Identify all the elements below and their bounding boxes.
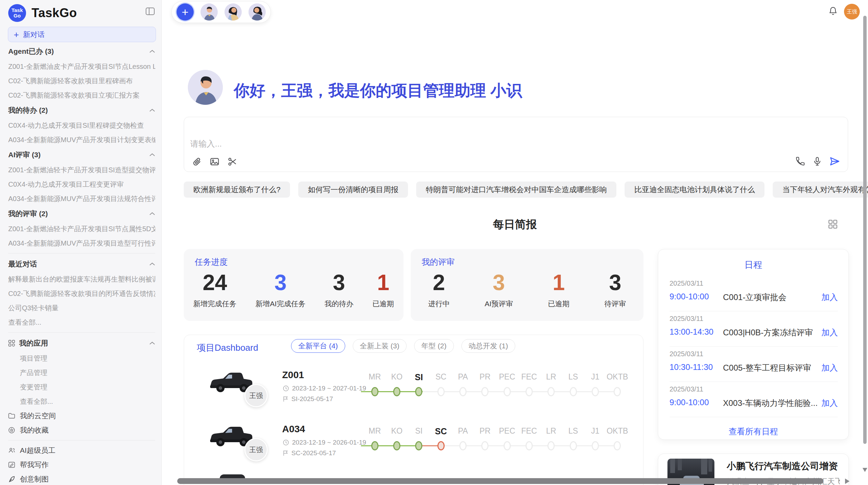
view-all-schedule-link[interactable]: 查看所有日程	[658, 426, 848, 437]
sidebar-item[interactable]: C0X4-动力总成开发项目SI里程碑提交物检查	[8, 118, 155, 133]
sidebar-item[interactable]: C02-飞腾新能源轻客改款项目立项汇报方案	[8, 88, 155, 102]
scroll-right-arrow-icon[interactable]	[845, 478, 849, 484]
sidebar-item-view-all-apps[interactable]: 查看全部...	[8, 394, 155, 409]
agent-avatar-3[interactable]	[249, 3, 266, 21]
schedule-item[interactable]: 2025/03/11 13:00-14:30 C003|H0B-方案冻结评审 加…	[670, 311, 838, 347]
schedule-item[interactable]: 2025/03/11 10:30-11:30 C005-整车工程目标评审 加入	[670, 347, 838, 382]
sidebar-header: Task Go TaskGo	[0, 0, 161, 22]
project-owner-badge: 王强	[244, 384, 268, 407]
agent-avatar-1[interactable]	[201, 3, 218, 21]
project-row-z001[interactable]: 王强 Z001 2023-12-19 ~ 2027-01-19 SI-2025-…	[184, 363, 643, 418]
sidebar-item[interactable]: C0X4-动力总成开发项目工程变更评审	[8, 177, 155, 191]
clock-icon	[283, 439, 289, 446]
milestone-node	[570, 387, 577, 396]
sidebar-item[interactable]: A034-全新新能源MUV产品开发项目法规符合性评审	[8, 191, 155, 206]
sidebar-item-view-all[interactable]: 查看全部...	[8, 315, 155, 329]
sidebar-collapse-icon[interactable]	[146, 8, 155, 16]
stat-label: 已逾期	[372, 299, 394, 309]
sidebar-item[interactable]: Z001-全新燃油皮卡产品开发项目SI节点Lesson Learn报告	[8, 59, 155, 74]
sidebar-item-app[interactable]: 变更管理	[8, 380, 155, 394]
sidebar-item[interactable]: 解释最新出台的欧盟报废车法规再生塑料比例被调至15%...	[8, 272, 155, 286]
sidebar-item[interactable]: A034-全新新能源MUV产品开发项目计划变更表编写	[8, 133, 155, 147]
section-header-agent-done[interactable]: Agent已办 (3)	[8, 43, 155, 59]
project-row-a034[interactable]: 王强 A034 2023-12-19 ~ 2026-01-19 SC-2025-…	[184, 418, 643, 472]
agent-avatar-2[interactable]	[225, 3, 242, 21]
user-avatar[interactable]: 王强	[844, 4, 860, 20]
scroll-down-arrow-icon[interactable]	[863, 468, 867, 472]
folder-icon	[8, 413, 15, 419]
voice-call-icon[interactable]	[795, 156, 805, 166]
attachment-icon[interactable]	[192, 157, 202, 167]
sidebar-item[interactable]: Z001-全新燃油轻卡产品开发项目SI节点属性5D文件评审	[8, 222, 155, 236]
join-link[interactable]: 加入	[821, 292, 838, 303]
join-link[interactable]: 加入	[821, 398, 838, 409]
chevron-up-icon	[149, 50, 155, 53]
sidebar-item-favorites[interactable]: 我的收藏	[8, 423, 155, 437]
horizontal-scrollbar[interactable]	[177, 478, 823, 484]
suggestion-chip[interactable]: 如何写一份清晰的项目周报	[298, 182, 408, 198]
task-progress-card: 任务进度 24 新增完成任务 3 新增AI完成任务 3 我的待办 1 已逾期	[184, 249, 403, 321]
join-link[interactable]: 加入	[821, 327, 838, 338]
briefing-layout-icon[interactable]	[828, 220, 837, 230]
milestone-node	[459, 441, 467, 450]
section-header-my-todo[interactable]: 我的待办 (2)	[8, 102, 155, 118]
new-chat-label: 新对话	[23, 30, 45, 39]
stat-in-progress: 2 进行中	[428, 270, 450, 309]
milestone-node	[504, 387, 511, 396]
schedule-item[interactable]: 2025/03/11 9:00-10:00 X003-车辆动力学性能验... 加…	[670, 382, 838, 417]
project-dates-row: 2023-12-19 ~ 2026-01-19	[283, 439, 366, 446]
section-header-my-apps[interactable]: 我的应用	[8, 335, 155, 351]
schedule-item[interactable]: 2025/03/11 9:00-10:00 C001-立项审批会 加入	[670, 276, 838, 311]
milestone-labels: MRKOSISCPAPRPECFECLRLSJ1OKTB	[364, 426, 628, 436]
image-upload-icon[interactable]	[209, 157, 220, 167]
stat-pending-review: 3 待评审	[604, 270, 626, 309]
stat-value: 3	[604, 270, 626, 295]
suggestion-chip[interactable]: 特朗普可能对进口汽车增税会对中国车企造成哪些影响	[416, 182, 616, 198]
schedule-name: C003|H0B-方案冻结评审	[723, 327, 813, 338]
input-toolbar-right	[795, 156, 840, 167]
schedule-date: 2025/03/11	[670, 385, 703, 393]
filter-chip-powertrain[interactable]: 动总开发 (1)	[461, 339, 516, 353]
sidebar-item-cloud-space[interactable]: 我的云空间	[8, 409, 155, 423]
filter-chip-new-body[interactable]: 全新上装 (3)	[353, 339, 407, 353]
notification-bell-icon[interactable]	[828, 6, 838, 17]
filter-chip-year-model[interactable]: 年型 (2)	[414, 339, 454, 353]
sidebar-item-creative-drawing[interactable]: 创意制图	[8, 472, 155, 485]
milestone-node	[459, 387, 467, 396]
schedule-time: 13:00-14:30	[670, 327, 713, 337]
stat-value: 1	[548, 270, 569, 295]
join-link[interactable]: 加入	[821, 362, 838, 373]
new-chat-button[interactable]: + 新对话	[8, 27, 156, 42]
screenshot-scissors-icon[interactable]	[227, 157, 238, 167]
sidebar-item[interactable]: Z001-全新燃油轻卡产品开发项目SI造型提交物评审	[8, 163, 155, 177]
stat-value: 3	[325, 270, 353, 295]
sidebar-item-app[interactable]: 项目管理	[8, 351, 155, 365]
sidebar-item[interactable]: 公司Q3轻卡销量	[8, 301, 155, 315]
suggestion-chip[interactable]: 比亚迪全固态电池计划具体说了什么	[625, 182, 764, 198]
filter-chip-new-platform[interactable]: 全新平台 (4)	[291, 339, 345, 353]
suggestion-chip[interactable]: 欧洲新规最近颁布了什么?	[184, 182, 290, 198]
write-doc-icon	[8, 462, 15, 468]
send-icon[interactable]	[829, 156, 840, 167]
milestone-node	[437, 387, 445, 396]
sidebar-item[interactable]: C02-飞腾新能源轻客改款项目的闭环通告反馈情况	[8, 286, 155, 301]
section-header-my-review[interactable]: 我的评审 (2)	[8, 206, 155, 222]
suggestion-chip[interactable]: 当下年轻人对汽车外观有怎样的喜好趋势	[773, 182, 868, 198]
stat-value: 24	[193, 270, 237, 295]
section-header-ai-review[interactable]: AI评审 (3)	[8, 147, 155, 163]
sidebar-nav: Agent已办 (3) Z001-全新燃油皮卡产品开发项目SI节点Lesson …	[0, 42, 161, 485]
milestone-node	[592, 387, 599, 396]
sidebar-item-app[interactable]: 产品管理	[8, 365, 155, 380]
chat-input[interactable]: 请输入...	[184, 117, 848, 172]
sidebar-item-help-me-write[interactable]: 帮我写作	[8, 458, 155, 472]
microphone-icon[interactable]	[812, 156, 822, 166]
sidebar-item[interactable]: A034-全新新能源MUV产品开发项目造型可行性评审	[8, 236, 155, 250]
milestone-node-done	[393, 441, 400, 450]
vertical-scrollbar[interactable]	[863, 16, 867, 444]
section-header-recent-chats[interactable]: 最近对话	[8, 256, 155, 272]
add-agent-button[interactable]: +	[177, 3, 194, 21]
apps-grid-icon	[8, 340, 15, 347]
sidebar-item-ai-super-staff[interactable]: AI超级员工	[8, 443, 155, 458]
chevron-up-icon	[149, 109, 155, 112]
sidebar-item[interactable]: C02-飞腾新能源轻客改款项目里程碑画布	[8, 74, 155, 88]
